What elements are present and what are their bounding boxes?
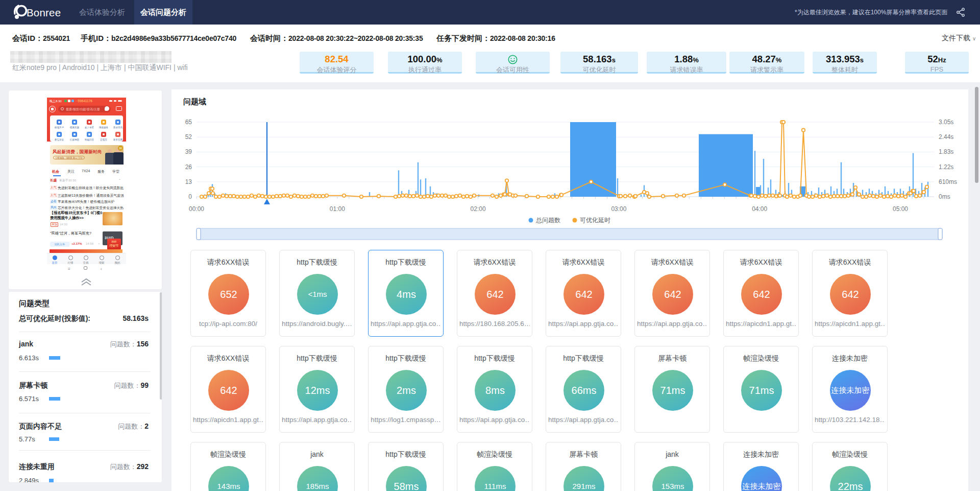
svg-text:1.22s: 1.22s bbox=[939, 163, 953, 171]
svg-text:01:00: 01:00 bbox=[330, 205, 345, 213]
svg-text:0: 0 bbox=[188, 193, 192, 200]
svg-text:05:00: 05:00 bbox=[893, 205, 908, 213]
svg-text:可优化延时: 可优化延时 bbox=[580, 217, 610, 224]
svg-text:610ms: 610ms bbox=[939, 178, 957, 185]
svg-text:03:00: 03:00 bbox=[611, 205, 626, 213]
svg-text:0ms: 0ms bbox=[939, 193, 950, 200]
svg-text:02:00: 02:00 bbox=[471, 205, 486, 213]
svg-text:39: 39 bbox=[185, 148, 192, 155]
svg-text:13: 13 bbox=[185, 178, 192, 185]
svg-text:65: 65 bbox=[185, 119, 192, 126]
svg-text:52: 52 bbox=[185, 133, 192, 141]
svg-text:总问题数: 总问题数 bbox=[535, 217, 560, 224]
svg-text:26: 26 bbox=[185, 163, 192, 171]
svg-text:3.05s: 3.05s bbox=[939, 119, 953, 126]
svg-text:2.44s: 2.44s bbox=[939, 133, 953, 141]
svg-text:1.83s: 1.83s bbox=[939, 148, 953, 155]
svg-text:00:00: 00:00 bbox=[189, 205, 204, 213]
svg-text:04:00: 04:00 bbox=[752, 205, 767, 213]
